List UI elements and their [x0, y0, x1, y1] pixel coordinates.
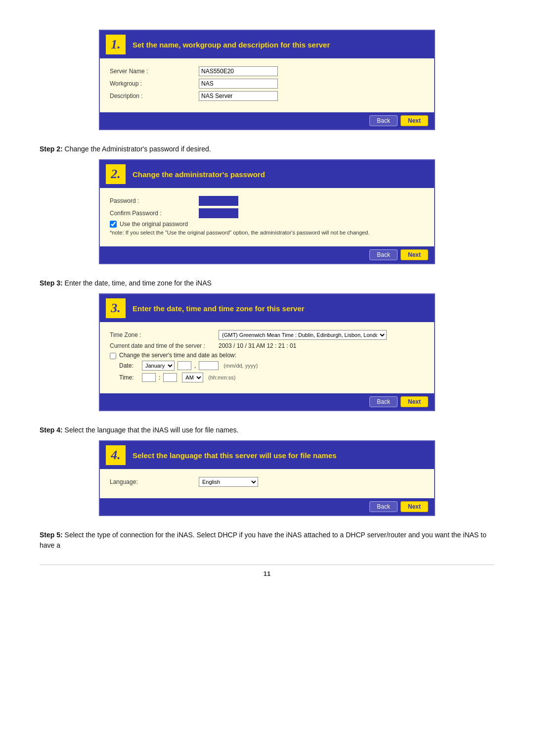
timezone-label: Time Zone : — [110, 331, 219, 338]
step5-intro-prefix: Step 5: — [40, 531, 63, 539]
wizard-step3-body: Time Zone : (GMT) Greenwich Mean Time : … — [100, 322, 434, 389]
current-dt-label: Current date and time of the server : — [110, 342, 219, 349]
step4-number: 4. — [106, 445, 126, 465]
step3-intro-prefix: Step 3: — [40, 279, 63, 287]
footer-separator — [40, 565, 494, 565]
timezone-select[interactable]: (GMT) Greenwich Mean Time : Dublin, Edin… — [219, 330, 387, 340]
use-original-password-row: Use the original password — [110, 221, 424, 228]
year-input[interactable] — [199, 361, 219, 370]
time-label: Time: — [119, 374, 139, 381]
use-original-password-checkbox[interactable] — [110, 221, 117, 228]
language-select[interactable]: English — [199, 477, 258, 487]
day-input[interactable] — [178, 361, 191, 370]
wizard-step3-footer: Back Next — [100, 393, 434, 410]
step5-intro: Step 5: Select the type of connection fo… — [40, 530, 494, 551]
date-hint: (mm/dd, yyyy) — [223, 363, 258, 369]
change-time-label: Change the server's time and date as bel… — [119, 352, 258, 359]
password-row: Password : — [110, 196, 424, 206]
step2-intro-text: Change the Administrator's password if d… — [63, 145, 211, 153]
current-dt-value: 2003 / 10 / 31 AM 12 : 21 : 01 — [219, 342, 296, 349]
confirm-password-row: Confirm Password : — [110, 208, 424, 218]
step1-back-button[interactable]: Back — [369, 115, 398, 126]
step4-intro-text: Select the language that the iNAS will u… — [63, 426, 239, 434]
workgroup-input[interactable] — [199, 79, 278, 89]
month-select[interactable]: January — [142, 361, 175, 371]
wizard-step3: 3. Enter the date, time and time zone fo… — [99, 293, 435, 411]
step3-number: 3. — [106, 298, 126, 318]
step1-number: 1. — [106, 35, 126, 54]
description-input[interactable] — [199, 91, 278, 101]
timezone-row: Time Zone : (GMT) Greenwich Mean Time : … — [110, 330, 424, 340]
use-original-password-label: Use the original password — [120, 221, 188, 228]
wizard-step4-footer: Back Next — [100, 498, 434, 515]
change-time-checkbox[interactable] — [110, 353, 116, 359]
current-dt-row: Current date and time of the server : 20… — [110, 342, 424, 349]
wizard-step4-body: Language: English — [100, 469, 434, 494]
server-name-label: Server Name : — [110, 68, 199, 75]
step3-intro-text: Enter the date, time, and time zone for … — [63, 279, 212, 287]
date-comma: , — [194, 362, 196, 369]
step2-intro: Step 2: Change the Administrator's passw… — [40, 144, 494, 154]
step3-title: Enter the date, time and time zone for t… — [133, 304, 305, 313]
date-row: Date: January , (mm/dd, yyyy) — [119, 361, 258, 371]
password-label: Password : — [110, 197, 199, 204]
step2-title: Change the administrator's password — [133, 170, 265, 179]
workgroup-label: Workgroup : — [110, 80, 199, 87]
password-input-display — [199, 196, 238, 206]
wizard-step4-header: 4. Select the language that this server … — [100, 441, 434, 469]
step2-intro-prefix: Step 2: — [40, 145, 63, 153]
step3-next-button[interactable]: Next — [400, 396, 428, 407]
language-row: Language: English — [110, 477, 424, 487]
change-time-content: Change the server's time and date as bel… — [119, 352, 258, 382]
step5-intro-text: Select the type of connection for the iN… — [40, 531, 487, 549]
step4-intro-prefix: Step 4: — [40, 426, 63, 434]
date-label: Date: — [119, 362, 139, 369]
step4-intro: Step 4: Select the language that the iNA… — [40, 425, 494, 435]
wizard-step1: 1. Set the name, workgroup and descripti… — [99, 30, 435, 130]
language-label: Language: — [110, 478, 199, 485]
password-note: *note: If you select the "Use the origin… — [110, 230, 424, 236]
wizard-step1-footer: Back Next — [100, 112, 434, 129]
description-label: Description : — [110, 93, 199, 99]
step2-next-button[interactable]: Next — [400, 249, 428, 260]
wizard-step2-footer: Back Next — [100, 246, 434, 263]
step4-next-button[interactable]: Next — [400, 501, 428, 512]
step3-intro: Step 3: Enter the date, time, and time z… — [40, 278, 494, 288]
step4-back-button[interactable]: Back — [369, 501, 398, 512]
ampm-select[interactable]: AM — [182, 373, 203, 382]
wizard-step1-header: 1. Set the name, workgroup and descripti… — [100, 31, 434, 58]
confirm-password-label: Confirm Password : — [110, 210, 199, 217]
step3-back-button[interactable]: Back — [369, 396, 398, 407]
server-name-row: Server Name : — [110, 66, 424, 76]
server-name-input[interactable] — [199, 66, 278, 76]
description-row: Description : — [110, 91, 424, 101]
step4-title: Select the language that this server wil… — [133, 451, 337, 460]
step2-back-button[interactable]: Back — [369, 249, 398, 260]
step1-title: Set the name, workgroup and description … — [133, 41, 330, 49]
wizard-step2-body: Password : Confirm Password : Use the or… — [100, 188, 434, 242]
step1-next-button[interactable]: Next — [400, 115, 428, 126]
confirm-password-input-display — [199, 208, 238, 218]
page-number: 11 — [40, 570, 494, 577]
change-time-row: Change the server's time and date as bel… — [110, 352, 424, 382]
step2-number: 2. — [106, 164, 126, 184]
wizard-step1-body: Server Name : Workgroup : Description : — [100, 58, 434, 108]
time-hint: (hh:mm:ss) — [208, 375, 235, 380]
time-colon1: : — [159, 374, 160, 381]
wizard-step2: 2. Change the administrator's password P… — [99, 159, 435, 264]
hour-input[interactable] — [142, 373, 156, 382]
wizard-step4: 4. Select the language that this server … — [99, 440, 435, 516]
time-row-inner: Time: : AM (hh:mm:ss) — [119, 373, 258, 382]
wizard-step3-header: 3. Enter the date, time and time zone fo… — [100, 294, 434, 322]
workgroup-row: Workgroup : — [110, 79, 424, 89]
wizard-step2-header: 2. Change the administrator's password — [100, 160, 434, 188]
minute-input[interactable] — [163, 373, 177, 382]
